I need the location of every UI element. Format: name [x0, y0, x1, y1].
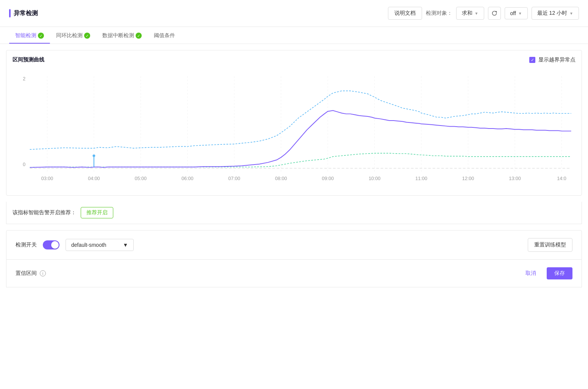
aggregate-select[interactable]: 求和 ▼	[456, 7, 484, 20]
tab-smart-detection[interactable]: 智能检测 ✓	[9, 27, 50, 44]
off-chevron-icon: ▼	[518, 11, 522, 16]
chart-section: 区间预测曲线 ✓ 显示越界异常点 2 0 03:00 04:00 05:00 0…	[6, 50, 582, 196]
svg-text:0: 0	[23, 162, 25, 168]
svg-text:14:0: 14:0	[557, 176, 566, 181]
svg-text:07:00: 07:00	[228, 176, 241, 181]
save-button[interactable]: 保存	[547, 267, 572, 279]
chart-wrapper: 2 0 03:00 04:00 05:00 06:00 07:00 08:00 …	[13, 68, 575, 189]
header-controls: 说明文档 检测对象： 求和 ▼ off ▼ 最近 12 小时 ▼	[388, 7, 579, 20]
chart-svg: 2 0 03:00 04:00 05:00 06:00 07:00 08:00 …	[13, 68, 575, 189]
svg-text:12:00: 12:00	[462, 176, 474, 181]
refresh-button[interactable]	[488, 7, 501, 20]
chart-title: 区间预测曲线	[13, 56, 44, 63]
detection-left: 检测开关 default-smooth ▼	[16, 239, 134, 251]
svg-text:03:00: 03:00	[41, 176, 53, 181]
detection-section: 检测开关 default-smooth ▼ 重置训练模型	[6, 230, 582, 260]
svg-text:13:00: 13:00	[509, 176, 521, 181]
recommendation-bar: 该指标智能告警开启推荐： 推荐开启	[6, 202, 582, 224]
cancel-button[interactable]: 取消	[519, 267, 542, 279]
svg-text:06:00: 06:00	[181, 176, 194, 181]
model-select[interactable]: default-smooth ▼	[66, 239, 134, 251]
page-container: 异常检测 说明文档 检测对象： 求和 ▼ off ▼ 最近 12 小时 ▼	[0, 0, 588, 389]
recommend-open-button[interactable]: 推荐开启	[81, 207, 113, 218]
tab-threshold-condition[interactable]: 阈值条件	[148, 27, 181, 44]
confidence-left: 置信区间 i	[16, 270, 46, 277]
confidence-section: 置信区间 i 取消 保存	[6, 260, 582, 287]
refresh-icon	[491, 10, 497, 16]
tab-period-detection[interactable]: 同环比检测 ✓	[50, 27, 96, 44]
tab-interrupt-detection[interactable]: 数据中断检测 ✓	[96, 27, 148, 44]
model-value: default-smooth	[71, 242, 106, 248]
header: 异常检测 说明文档 检测对象： 求和 ▼ off ▼ 最近 12 小时 ▼	[0, 0, 588, 27]
svg-text:05:00: 05:00	[135, 176, 147, 181]
header-accent	[9, 9, 11, 17]
header-left: 异常检测	[9, 9, 38, 17]
chart-header: 区间预测曲线 ✓ 显示越界异常点	[13, 56, 575, 63]
confidence-label: 置信区间	[16, 270, 37, 277]
svg-text:08:00: 08:00	[275, 176, 287, 181]
reset-model-button[interactable]: 重置训练模型	[528, 238, 572, 252]
toggle-knob	[51, 241, 59, 249]
show-anomaly-checkbox[interactable]: ✓	[529, 57, 535, 63]
detection-switch-label: 检测开关	[16, 242, 37, 248]
tabs-container: 智能检测 ✓ 同环比检测 ✓ 数据中断检测 ✓ 阈值条件	[0, 27, 588, 44]
svg-text:09:00: 09:00	[322, 176, 334, 181]
recommendation-text: 该指标智能告警开启推荐：	[13, 209, 76, 216]
page-title: 异常检测	[14, 9, 38, 17]
svg-text:10:00: 10:00	[369, 176, 381, 181]
svg-point-28	[92, 154, 95, 157]
tab-smart-badge: ✓	[38, 33, 44, 39]
tab-smart-label: 智能检测	[15, 32, 36, 39]
svg-text:04:00: 04:00	[88, 176, 100, 181]
svg-text:11:00: 11:00	[415, 176, 427, 181]
off-select[interactable]: off ▼	[505, 7, 528, 19]
time-range-chevron-icon: ▼	[569, 11, 573, 16]
svg-text:2: 2	[23, 76, 25, 82]
detection-toggle[interactable]	[43, 240, 59, 249]
doc-button[interactable]: 说明文档	[388, 7, 422, 20]
show-anomaly-text: 显示越界异常点	[538, 56, 575, 63]
tab-interrupt-badge: ✓	[136, 33, 142, 39]
confidence-right: 取消 保存	[519, 267, 572, 279]
aggregate-chevron-icon: ▼	[475, 11, 479, 16]
tab-period-label: 同环比检测	[56, 32, 83, 39]
tab-interrupt-label: 数据中断检测	[102, 32, 134, 39]
tab-threshold-label: 阈值条件	[154, 32, 175, 39]
confidence-info-icon[interactable]: i	[40, 270, 46, 276]
detect-target-label: 检测对象：	[426, 10, 452, 17]
time-range-select[interactable]: 最近 12 小时 ▼	[532, 7, 579, 20]
model-select-chevron-icon: ▼	[123, 242, 128, 248]
show-anomaly-label[interactable]: ✓ 显示越界异常点	[529, 56, 575, 63]
tab-period-badge: ✓	[84, 33, 90, 39]
